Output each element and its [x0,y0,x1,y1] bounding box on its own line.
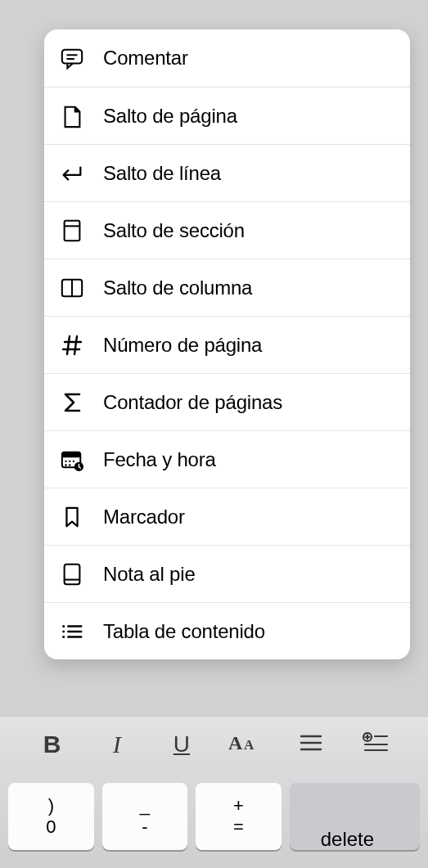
key-upper: + [233,796,244,816]
italic-button[interactable]: I [84,731,149,758]
key-lower: = [233,817,244,837]
text-style-icon: A A [228,731,264,758]
key-upper: ) [48,796,54,816]
svg-point-23 [62,636,65,638]
svg-text:A: A [244,737,255,753]
menu-label: Marcador [103,506,185,528]
underline-icon: U [173,731,190,758]
svg-rect-3 [65,220,80,240]
svg-point-14 [69,460,70,461]
svg-rect-19 [65,564,80,583]
page-break-icon [59,103,85,129]
svg-point-21 [62,624,65,627]
menu-label: Comentar [103,47,188,70]
sigma-icon [59,389,85,416]
menu-label: Tabla de contenido [103,620,265,643]
menu-label: Salto de línea [103,162,221,185]
svg-rect-12 [62,452,80,457]
svg-line-9 [67,336,70,354]
key-equals[interactable]: + = [196,783,282,850]
keyboard-row: ) 0 _ - + = delete [0,771,428,868]
text-style-button[interactable]: A A [214,731,279,758]
menu-item-page-break[interactable]: Salto de página [44,87,410,144]
svg-line-10 [74,336,77,354]
key-0[interactable]: ) 0 [8,783,94,850]
svg-point-22 [62,630,65,632]
svg-point-17 [69,464,70,465]
svg-rect-0 [62,50,82,64]
menu-item-toc[interactable]: Tabla de contenido [44,602,410,659]
menu-item-bookmark[interactable]: Marcador [44,488,410,545]
bold-icon: B [43,731,61,758]
menu-label: Salto de columna [103,277,252,299]
italic-icon: I [113,731,121,758]
section-break-icon [59,218,85,244]
key-lower: - [142,817,147,837]
align-button[interactable] [279,733,344,756]
menu-label: Número de página [103,334,262,357]
footnote-icon [59,561,85,587]
comment-icon [59,45,85,71]
key-label: delete [321,829,374,850]
key-minus[interactable]: _ - [102,783,188,850]
menu-item-comment[interactable]: Comentar [44,29,410,87]
key-lower: 0 [46,817,56,837]
column-break-icon [59,275,85,301]
insert-menu-popup: Comentar Salto de página Salto de línea … [44,29,410,659]
format-toolbar: B I U A A [0,716,428,771]
menu-item-page-count[interactable]: Contador de páginas [44,373,410,430]
svg-text:A: A [228,732,243,753]
menu-item-line-break[interactable]: Salto de línea [44,144,410,201]
bookmark-icon [59,504,85,530]
key-upper: _ [140,796,150,816]
menu-item-column-break[interactable]: Salto de columna [44,259,410,316]
menu-label: Fecha y hora [103,448,216,471]
insert-icon [362,732,390,757]
hash-icon [59,332,85,358]
bold-button[interactable]: B [20,731,84,758]
menu-item-page-number[interactable]: Número de página [44,316,410,373]
toc-icon [59,618,85,645]
menu-label: Salto de página [103,105,237,128]
insert-button[interactable] [344,732,408,757]
menu-label: Salto de sección [103,219,245,242]
menu-label: Nota al pie [103,563,196,586]
calendar-icon [59,447,85,473]
svg-point-16 [65,464,66,465]
menu-item-section-break[interactable]: Salto de sección [44,201,410,259]
underline-button[interactable]: U [149,731,214,758]
align-icon [299,733,323,756]
svg-point-13 [65,460,66,461]
svg-point-15 [73,460,74,461]
menu-label: Contador de páginas [103,391,282,414]
menu-item-footnote[interactable]: Nota al pie [44,545,410,602]
key-delete[interactable]: delete [290,783,420,850]
menu-item-date-time[interactable]: Fecha y hora [44,430,410,488]
line-break-icon [59,160,85,187]
